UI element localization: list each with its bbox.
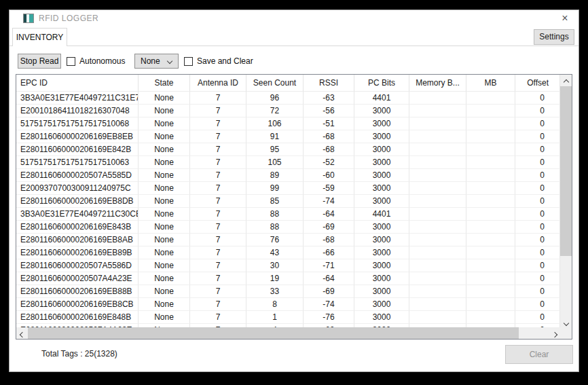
table-content: EPC IDStateAntenna IDSeen CountRSSIPC Bi…	[16, 75, 560, 327]
horizontal-scrollbar[interactable]	[16, 327, 560, 339]
cell-rssi: -68	[304, 234, 354, 246]
column-header-memory[interactable]: Memory B...	[409, 75, 466, 92]
cell-rssi: -76	[304, 311, 354, 324]
window-title: RFID LOGGER	[39, 14, 98, 23]
table-row[interactable]: 3B3A0E31E77E40497211C30CB...None788-6444…	[16, 208, 560, 221]
mode-dropdown[interactable]: None	[134, 54, 179, 69]
column-header-antenna[interactable]: Antenna ID	[190, 75, 246, 92]
cell-antenna: 7	[190, 169, 246, 182]
column-header-pc[interactable]: PC Bits	[354, 75, 409, 92]
table-row[interactable]: E280116060000206169EB8CBNone78-7430000	[16, 298, 560, 311]
cell-rssi: -52	[304, 156, 354, 169]
table-row[interactable]: E20010186411018216307048None772-5630000	[16, 105, 560, 117]
cell-pc: 3000	[354, 117, 409, 130]
cell-pc: 3000	[354, 311, 409, 324]
cell-seen: 19	[246, 272, 304, 285]
table-header-row: EPC IDStateAntenna IDSeen CountRSSIPC Bi…	[16, 75, 560, 92]
settings-button[interactable]: Settings	[534, 29, 574, 45]
app-window: RFID LOGGER × INVENTORY Settings Stop Re…	[9, 10, 579, 372]
table-row[interactable]: E280116060000206169EB8EBNone791-6830000	[16, 130, 560, 143]
cell-offset: 0	[515, 234, 560, 246]
cell-rssi: -64	[304, 272, 354, 285]
cell-epc: E280116060000206169EB8CB	[16, 298, 139, 311]
table-row[interactable]: E28011606000020507A5585DNone789-6030000	[16, 169, 560, 182]
table-row[interactable]: E280116060000206169EB88BNone733-6930000	[16, 285, 560, 298]
cell-mb	[466, 195, 515, 208]
column-header-mb[interactable]: MB	[466, 75, 515, 92]
cell-pc: 3000	[354, 234, 409, 246]
column-header-state[interactable]: State	[139, 75, 190, 92]
vertical-scrollbar[interactable]	[560, 75, 572, 327]
cell-mb	[466, 130, 515, 143]
table-row[interactable]: E2009370700300911240975CNone799-5930000	[16, 182, 560, 195]
scroll-left-icon[interactable]	[16, 327, 28, 339]
cell-memory	[409, 92, 466, 105]
cell-mb	[466, 221, 515, 234]
cell-pc: 3000	[354, 221, 409, 234]
column-header-offset[interactable]: Offset	[515, 75, 560, 92]
table-row[interactable]: E280116060000206169E843BNone788-6930000	[16, 221, 560, 234]
total-tags-label: Total Tags : 25(1328)	[41, 349, 117, 359]
cell-epc: E280116060000206169E842B	[16, 143, 139, 156]
table-row[interactable]: E280116060000206169E848BNone71-7630000	[16, 311, 560, 324]
cell-epc: E280116060000206169EB89B	[16, 246, 139, 259]
cell-rssi: -60	[304, 169, 354, 182]
column-header-epc[interactable]: EPC ID	[16, 75, 139, 92]
table-row[interactable]: E28011606000020507A5586DNone730-7130000	[16, 259, 560, 272]
table-row[interactable]: 517517517517517517510063None7105-5230000	[16, 156, 560, 169]
table-row[interactable]: E280116060000206169E842BNone795-6830000	[16, 143, 560, 156]
cell-pc: 3000	[354, 272, 409, 285]
table-row[interactable]: E280116060000206169EB89BNone743-6630000	[16, 246, 560, 259]
clear-button[interactable]: Clear	[505, 345, 573, 364]
autonomous-checkbox[interactable]	[67, 57, 75, 66]
cell-seen: 105	[246, 156, 304, 169]
horizontal-scrollbar-thumb[interactable]	[28, 327, 519, 339]
table-row[interactable]: 3B3A0E31E77E40497211C31E72...None796-634…	[16, 92, 560, 105]
save-and-clear-checkbox[interactable]	[184, 57, 193, 66]
cell-memory	[409, 285, 466, 298]
cell-antenna: 7	[190, 117, 246, 130]
cell-antenna: 7	[190, 285, 246, 298]
cell-seen: 88	[246, 221, 304, 234]
cell-mb	[466, 272, 515, 285]
cell-memory	[409, 156, 466, 169]
vertical-scrollbar-thumb[interactable]	[560, 86, 572, 256]
cell-state: None	[139, 234, 190, 246]
column-header-seen[interactable]: Seen Count	[246, 75, 304, 92]
title-bar[interactable]: RFID LOGGER ×	[10, 10, 578, 28]
cell-offset: 0	[515, 169, 560, 182]
cell-pc: 3000	[354, 105, 409, 117]
cell-rssi: -59	[304, 182, 354, 195]
table-row[interactable]: E28011606000020507A4A23ENone719-6430000	[16, 272, 560, 285]
scroll-down-icon[interactable]	[560, 316, 572, 327]
cell-offset: 0	[515, 208, 560, 221]
table-row[interactable]: E280116060000206169EB8ABNone776-6830000	[16, 234, 560, 246]
cell-memory	[409, 117, 466, 130]
app-icon	[23, 14, 34, 23]
cell-epc: 517517517517517517510068	[16, 117, 139, 130]
cell-antenna: 7	[190, 272, 246, 285]
tab-inventory[interactable]: INVENTORY	[12, 28, 67, 46]
cell-state: None	[139, 311, 190, 324]
table-row[interactable]: 517517517517517517510068None7106-5130000	[16, 117, 560, 130]
cell-offset: 0	[515, 285, 560, 298]
cell-state: None	[139, 105, 190, 117]
cell-seen: 76	[246, 234, 304, 246]
cell-state: None	[139, 92, 190, 105]
scroll-up-icon[interactable]	[560, 75, 572, 86]
cell-memory	[409, 272, 466, 285]
column-header-rssi[interactable]: RSSI	[304, 75, 354, 92]
close-icon[interactable]: ×	[554, 10, 576, 28]
cell-offset: 0	[515, 117, 560, 130]
stop-read-button[interactable]: Stop Read	[18, 54, 61, 69]
tab-strip: INVENTORY Settings	[10, 28, 578, 46]
cell-memory	[409, 311, 466, 324]
scroll-right-icon[interactable]	[549, 327, 560, 339]
cell-pc: 3000	[354, 246, 409, 259]
cell-offset: 0	[515, 92, 560, 105]
cell-seen: 43	[246, 246, 304, 259]
cell-offset: 0	[515, 221, 560, 234]
table-row[interactable]: E280116060000206169EB8DBNone785-7430000	[16, 195, 560, 208]
table-rows: 3B3A0E31E77E40497211C31E72...None796-634…	[16, 92, 560, 327]
cell-pc: 3000	[354, 182, 409, 195]
